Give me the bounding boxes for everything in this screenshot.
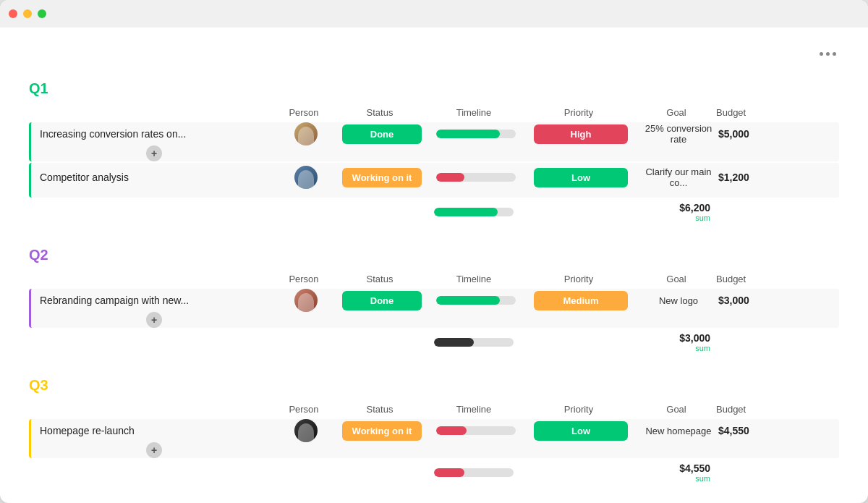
priority-cell: Medium (523, 291, 639, 310)
header-col-5: Goal (637, 274, 716, 284)
summary-amount: $3,000 (637, 332, 710, 344)
timeline-cell (429, 426, 523, 435)
summary-row: $3,000sum (29, 329, 839, 355)
row-person (277, 166, 335, 189)
timeline-cell (429, 173, 523, 182)
add-column-button[interactable]: + (146, 442, 162, 458)
summary-budget: $4,550sum (637, 462, 716, 483)
header-col-6: Budget (716, 107, 745, 118)
avatar (294, 122, 318, 145)
avatar (294, 289, 318, 312)
add-col-btn: + (31, 312, 277, 328)
more-button[interactable] (817, 49, 839, 59)
header-col-3: Timeline (427, 107, 521, 118)
q2-title: Q2 (29, 247, 839, 263)
header-col-1: Person (275, 404, 333, 415)
status-badge[interactable]: Working on it (342, 421, 422, 441)
header-col-2: Status (333, 274, 427, 284)
priority-cell: Low (523, 168, 639, 187)
header-col-1: Person (275, 107, 333, 118)
priority-badge[interactable]: Low (534, 168, 628, 187)
avatar (294, 419, 318, 442)
add-column-button[interactable]: + (146, 145, 162, 161)
header-col-3: Timeline (427, 274, 521, 284)
timeline-cell (429, 130, 523, 138)
summary-timeline (427, 468, 521, 477)
maximize-dot[interactable] (38, 9, 46, 18)
summary-amount: $4,550 (637, 462, 710, 474)
priority-cell: Low (523, 421, 639, 441)
status-badge[interactable]: Working on it (342, 168, 422, 187)
summary-budget: $3,000sum (637, 332, 716, 352)
timeline-fill (436, 130, 500, 138)
row-person (277, 289, 335, 312)
close-dot[interactable] (9, 9, 17, 18)
timeline-bar (436, 296, 516, 305)
summary-row: $6,200sum (29, 199, 839, 225)
section-q3: Q3PersonStatusTimelinePriorityGoalBudget… (29, 377, 839, 486)
summary-timeline-fill (434, 468, 464, 477)
priority-badge[interactable]: Low (534, 421, 628, 441)
priority-badge[interactable]: High (534, 124, 628, 144)
summary-timeline-bar (434, 338, 514, 347)
header-col-4: Priority (521, 404, 637, 415)
summary-row: $4,550sum (29, 460, 839, 486)
header-col-5: Goal (637, 107, 716, 118)
summary-amount: $6,200 (637, 202, 710, 214)
table-row: Homepage re-launchWorking on itLowNew ho… (29, 419, 839, 458)
row-name: Rebranding campaign with new... (31, 289, 277, 312)
table-row: Competitor analysisWorking on itLowClari… (29, 163, 839, 198)
budget-cell: $1,200 (718, 172, 747, 183)
section-q2: Q2PersonStatusTimelinePriorityGoalBudget… (29, 247, 839, 355)
header-col-3: Timeline (427, 404, 521, 415)
priority-cell: High (523, 124, 639, 144)
status-badge[interactable]: Done (342, 291, 422, 310)
main-content: Q1PersonStatusTimelinePriorityGoalBudget… (0, 28, 868, 503)
summary-timeline-fill (434, 208, 498, 216)
timeline-bar (436, 426, 516, 435)
budget-cell: $5,000 (718, 128, 747, 140)
goal-cell: Clarify our main co... (639, 166, 718, 188)
status-cell: Working on it (335, 421, 429, 441)
page-header (29, 49, 839, 59)
status-badge[interactable]: Done (342, 124, 422, 144)
timeline-bar (436, 130, 516, 138)
table-header: PersonStatusTimelinePriorityGoalBudget (29, 104, 839, 121)
q3-title: Q3 (29, 377, 839, 394)
summary-label: sum (637, 474, 710, 483)
add-col-btn: + (31, 442, 277, 458)
table-header: PersonStatusTimelinePriorityGoalBudget (29, 401, 839, 418)
header-col-0 (29, 107, 275, 118)
minimize-dot[interactable] (23, 9, 32, 18)
summary-label: sum (637, 344, 710, 352)
header-col-6: Budget (716, 274, 745, 284)
header-col-5: Goal (637, 404, 716, 415)
row-name: Homepage re-launch (31, 419, 277, 442)
summary-timeline (427, 338, 521, 347)
summary-timeline-bar (434, 468, 514, 477)
app-window: Q1PersonStatusTimelinePriorityGoalBudget… (0, 0, 868, 503)
goal-cell: New homepage (639, 426, 718, 436)
row-person (277, 419, 335, 442)
timeline-cell (429, 296, 523, 305)
header-col-0 (29, 404, 275, 415)
header-col-0 (29, 274, 275, 284)
table-row: Rebranding campaign with new...DoneMediu… (29, 289, 839, 328)
budget-cell: $3,000 (718, 295, 747, 306)
status-cell: Done (335, 124, 429, 144)
timeline-fill (436, 296, 500, 305)
timeline-fill (436, 173, 464, 182)
row-name: Increasing conversion rates on... (31, 122, 277, 145)
header-col-4: Priority (521, 274, 637, 284)
summary-label: sum (637, 214, 710, 222)
status-cell: Done (335, 291, 429, 310)
summary-timeline-fill (434, 338, 474, 347)
priority-badge[interactable]: Medium (534, 291, 628, 310)
goal-cell: 25% conversion rate (639, 123, 718, 145)
header-col-6: Budget (716, 404, 745, 415)
header-col-1: Person (275, 274, 333, 284)
header-col-2: Status (333, 404, 427, 415)
add-column-button[interactable]: + (146, 312, 162, 328)
summary-budget: $6,200sum (637, 202, 716, 222)
add-col-btn: + (31, 145, 277, 161)
